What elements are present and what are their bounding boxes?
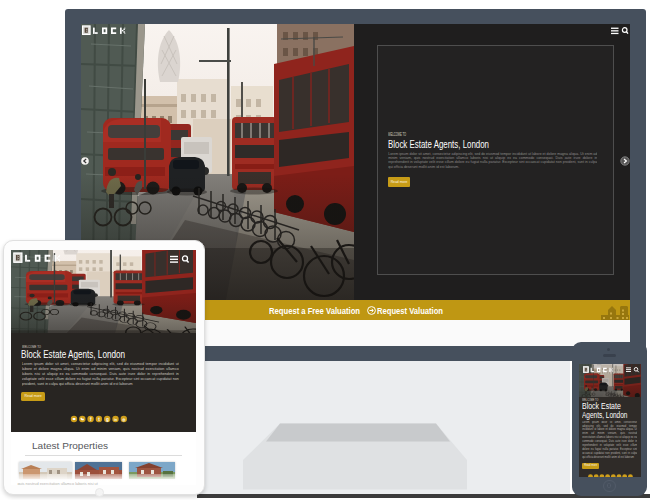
svg-text:in: in <box>114 418 117 422</box>
svg-text:Block Estate Agents, London: Block Estate Agents, London <box>21 346 125 360</box>
svg-text:Latest Properties: Latest Properties <box>32 440 108 451</box>
svg-text:Block Estate Agents, London: Block Estate Agents, London <box>388 137 489 149</box>
svg-text:Agents, London: Agents, London <box>582 409 627 420</box>
svg-text:Request a Free Valuation: Request a Free Valuation <box>269 305 360 315</box>
svg-text:g: g <box>106 417 109 422</box>
svg-text:Request Valuation: Request Valuation <box>377 305 443 315</box>
